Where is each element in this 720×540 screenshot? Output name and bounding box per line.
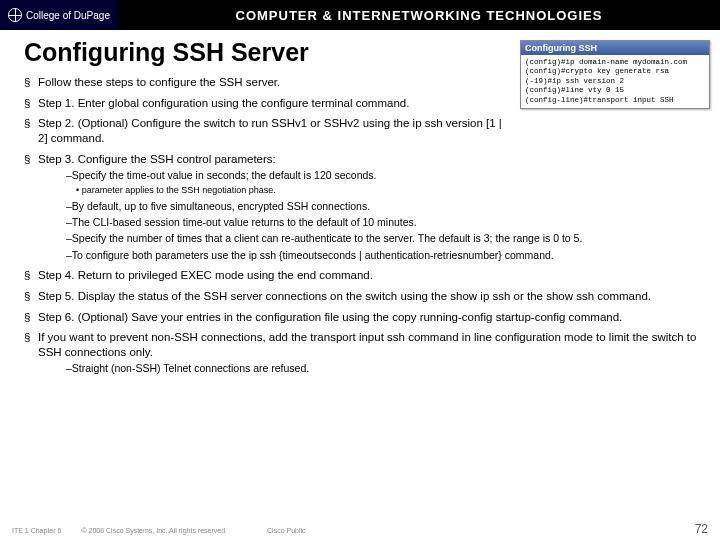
college-logo: College of DuPage <box>0 0 118 30</box>
bullet-prevent-nonssh: If you want to prevent non-SSH connectio… <box>24 330 704 375</box>
page-number: 72 <box>695 522 708 536</box>
footer: ITE 1 Chapter 6 © 2006 Cisco Systems, In… <box>12 522 708 536</box>
bullet-step3: Step 3. Configure the SSH control parame… <box>24 152 704 262</box>
step3-sub4: –Specify the number of times that a clie… <box>66 232 704 245</box>
footer-copyright: © 2006 Cisco Systems, Inc. All rights re… <box>81 527 227 534</box>
college-name: College of DuPage <box>26 10 110 21</box>
footer-chapter: ITE 1 Chapter 6 <box>12 527 61 534</box>
ssh-callout-body: (config)#ip domain-name mydomain.com (co… <box>521 55 709 108</box>
prevent-sub1: –Straight (non-SSH) Telnet connections a… <box>66 362 704 375</box>
header-bar: College of DuPage COMPUTER & INTERNETWOR… <box>0 0 720 30</box>
bullet-step4: Step 4. Return to privileged EXEC mode u… <box>24 268 704 283</box>
ssh-callout-title: Configuring SSH <box>521 41 709 55</box>
globe-icon <box>8 8 22 22</box>
step3-sub3: –The CLI-based session time-out value re… <box>66 216 704 229</box>
bullet-intro: Follow these steps to configure the SSH … <box>24 75 504 90</box>
course-title: COMPUTER & INTERNETWORKING TECHNOLOGIES <box>118 8 720 23</box>
slide-content: Follow these steps to configure the SSH … <box>24 75 704 375</box>
step3-sub1a: • parameter applies to the SSH negotiati… <box>76 185 704 197</box>
step3-sub1: –Specify the time-out value in seconds; … <box>66 169 704 182</box>
ssh-config-callout: Configuring SSH (config)#ip domain-name … <box>520 40 710 109</box>
bullet-step2: Step 2. (Optional) Configure the switch … <box>24 116 504 145</box>
step3-sub5: –To configure both parameters use the ip… <box>66 249 704 262</box>
bullet-step3-text: Step 3. Configure the SSH control parame… <box>38 153 276 165</box>
bullet-prevent-text: If you want to prevent non-SSH connectio… <box>38 331 696 358</box>
step3-sub2: –By default, up to five simultaneous, en… <box>66 200 704 213</box>
bullet-step6: Step 6. (Optional) Save your entries in … <box>24 310 704 325</box>
bullet-step1: Step 1. Enter global configuration using… <box>24 96 504 111</box>
bullet-step5: Step 5. Display the status of the SSH se… <box>24 289 704 304</box>
footer-public: Cisco Public <box>267 527 306 534</box>
